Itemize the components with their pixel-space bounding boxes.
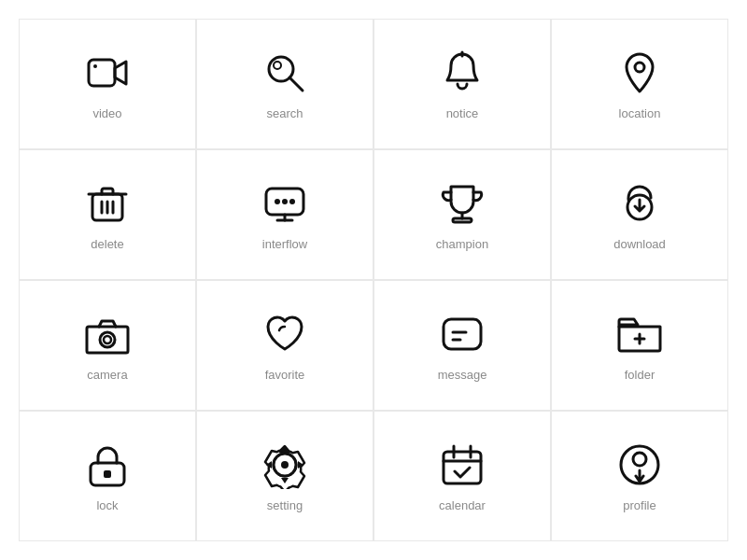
icon-cell-delete[interactable]: delete: [19, 149, 196, 280]
message-icon: [438, 310, 486, 358]
favorite-label: favorite: [265, 368, 305, 382]
svg-point-39: [633, 453, 646, 466]
icon-cell-favorite[interactable]: favorite: [196, 280, 374, 411]
download-label: download: [613, 237, 666, 251]
champion-icon: [438, 179, 486, 228]
camera-label: camera: [87, 368, 127, 382]
setting-icon: [261, 441, 309, 489]
lock-icon: [83, 441, 132, 489]
video-label: video: [92, 106, 121, 120]
download-icon: [615, 179, 664, 228]
icon-cell-location[interactable]: location: [551, 19, 728, 149]
profile-label: profile: [623, 498, 655, 512]
icon-cell-notice[interactable]: notice: [374, 19, 551, 149]
svg-rect-17: [453, 218, 472, 222]
video-icon: [83, 49, 132, 97]
svg-point-15: [289, 199, 295, 204]
notice-label: notice: [446, 106, 479, 120]
icon-cell-lock[interactable]: lock: [19, 411, 196, 541]
lock-label: lock: [96, 498, 118, 512]
champion-label: champion: [436, 237, 488, 251]
icon-cell-champion[interactable]: champion: [374, 149, 551, 280]
icon-cell-interflow[interactable]: interflow: [196, 149, 374, 280]
icon-cell-folder[interactable]: folder: [551, 280, 728, 411]
interflow-label: interflow: [262, 237, 307, 251]
interflow-icon: [261, 179, 309, 228]
svg-point-13: [275, 199, 280, 204]
profile-icon: [615, 441, 664, 489]
icon-cell-message[interactable]: message: [374, 280, 551, 411]
search-icon: [261, 49, 309, 97]
svg-point-14: [282, 199, 288, 204]
folder-label: folder: [625, 368, 655, 382]
location-icon: [615, 49, 664, 97]
delete-label: delete: [91, 237, 123, 251]
folder-icon: [615, 310, 664, 358]
delete-icon: [83, 179, 132, 228]
icon-cell-setting[interactable]: setting: [196, 411, 374, 541]
svg-point-33: [281, 461, 289, 469]
svg-point-4: [274, 62, 281, 69]
message-label: message: [438, 368, 487, 382]
camera-icon: [83, 310, 132, 358]
svg-point-6: [635, 63, 644, 72]
svg-line-3: [289, 77, 303, 91]
setting-label: setting: [267, 498, 303, 512]
icon-cell-camera[interactable]: camera: [19, 280, 196, 411]
svg-point-20: [104, 336, 111, 343]
icon-grid: video search notice location: [19, 19, 728, 541]
icon-cell-calendar[interactable]: calendar: [374, 411, 551, 541]
notice-icon: [438, 49, 486, 97]
icon-cell-profile[interactable]: profile: [551, 411, 728, 541]
favorite-icon: [261, 310, 309, 358]
svg-marker-29: [281, 478, 289, 483]
icon-cell-video[interactable]: video: [19, 19, 196, 149]
svg-rect-0: [89, 60, 115, 86]
svg-rect-21: [444, 319, 481, 349]
svg-rect-34: [444, 452, 481, 483]
search-label: search: [266, 106, 303, 120]
location-label: location: [619, 106, 661, 120]
calendar-label: calendar: [439, 498, 486, 512]
icon-cell-download[interactable]: download: [551, 149, 728, 280]
calendar-icon: [438, 441, 486, 489]
svg-point-19: [100, 332, 115, 347]
svg-rect-27: [104, 470, 111, 478]
svg-point-1: [93, 64, 97, 68]
icon-cell-search[interactable]: search: [196, 19, 374, 149]
